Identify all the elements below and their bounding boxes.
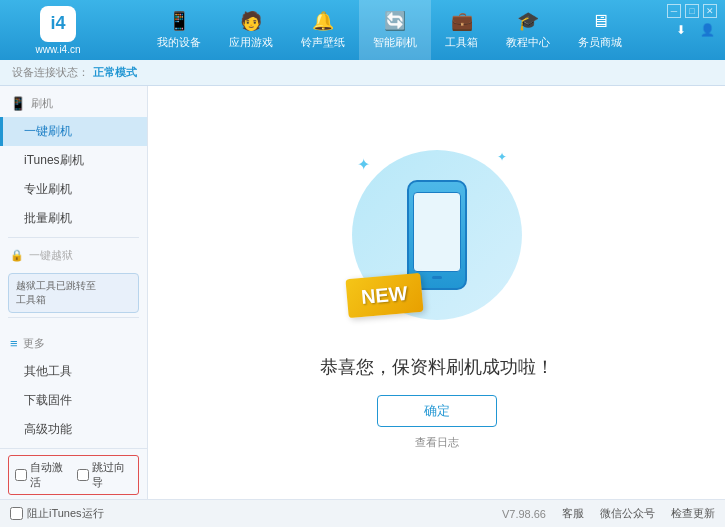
auto-options-group: 自动激活 跳过向导 [8, 455, 139, 495]
apps-games-icon: 🧑 [240, 10, 262, 32]
sidebar-more-header: ≡ 更多 [0, 330, 147, 357]
sidebar-item-advanced[interactable]: 高级功能 [0, 415, 147, 444]
sidebar-flash-label: 刷机 [31, 96, 53, 111]
phone-home-btn [432, 276, 442, 279]
wechat-link[interactable]: 微信公众号 [600, 506, 655, 521]
itunes-flash-label: iTunes刷机 [24, 152, 84, 169]
star-decoration-tl: ✦ [357, 155, 370, 174]
nav-smart-flash-label: 智能刷机 [373, 35, 417, 50]
lock-icon: 🔒 [10, 249, 24, 262]
download-button[interactable]: ⬇ [671, 20, 691, 40]
log-link[interactable]: 查看日志 [415, 435, 459, 450]
jailbreak-label: 一键越狱 [29, 248, 73, 263]
ringtones-icon: 🔔 [312, 10, 334, 32]
top-right-actions: ⬇ 👤 [671, 20, 717, 40]
sidebar-more-label: 更多 [23, 336, 45, 351]
statusbar: 设备连接状态： 正常模式 [0, 60, 725, 86]
sidebar-item-one-key-flash[interactable]: 一键刷机 [0, 117, 147, 146]
jump-guide-label: 跳过向导 [92, 460, 133, 490]
jump-guide-checkbox[interactable]: 跳过向导 [77, 460, 133, 490]
jump-guide-input[interactable] [77, 469, 89, 481]
nav-items: 📱 我的设备 🧑 应用游戏 🔔 铃声壁纸 🔄 智能刷机 💼 工具箱 🎓 教程中心… [108, 0, 671, 60]
status-prefix: 设备连接状态： [12, 65, 89, 80]
new-badge: NEW [345, 273, 423, 318]
content-area: ✦ ✦ ✦ NEW 恭喜您，保资料刷机成功啦！ 确定 查看日志 [148, 86, 725, 499]
customer-service-link[interactable]: 客服 [562, 506, 584, 521]
sidebar-notice: 越狱工具已跳转至工具箱 [8, 273, 139, 313]
sidebar-flash-header: 📱 刷机 [0, 90, 147, 117]
sidebar-divider-2 [8, 317, 139, 318]
nav-smart-flash[interactable]: 🔄 智能刷机 [359, 0, 431, 60]
sidebar-item-other-tools[interactable]: 其他工具 [0, 357, 147, 386]
sidebar-item-pro-flash[interactable]: 专业刷机 [0, 175, 147, 204]
tutorial-icon: 🎓 [517, 10, 539, 32]
star-decoration-tr: ✦ [497, 150, 507, 164]
stop-itunes-input[interactable] [10, 507, 23, 520]
batch-flash-label: 批量刷机 [24, 210, 72, 227]
nav-my-device-label: 我的设备 [157, 35, 201, 50]
my-device-icon: 📱 [168, 10, 190, 32]
nav-service[interactable]: 🖥 务员商城 [564, 0, 636, 60]
phone-illustration: ✦ ✦ ✦ NEW [337, 135, 537, 335]
nav-ringtones[interactable]: 🔔 铃声壁纸 [287, 0, 359, 60]
bottom-left: 阻止iTunes运行 [10, 506, 104, 521]
download-firmware-label: 下载固件 [24, 392, 72, 409]
version-text: V7.98.66 [502, 508, 546, 520]
confirm-button[interactable]: 确定 [377, 395, 497, 427]
close-button[interactable]: ✕ [703, 4, 717, 18]
nav-ringtones-label: 铃声壁纸 [301, 35, 345, 50]
sidebar-bottom: 自动激活 跳过向导 📱 iPhone 15 Pro Max 512GB iPho… [0, 448, 147, 499]
minimize-button[interactable]: ─ [667, 4, 681, 18]
user-button[interactable]: 👤 [697, 20, 717, 40]
maximize-button[interactable]: □ [685, 4, 699, 18]
auto-activate-label: 自动激活 [30, 460, 71, 490]
sidebar-item-download-firmware[interactable]: 下载固件 [0, 386, 147, 415]
service-icon: 🖥 [591, 11, 609, 32]
logo-icon: i4 [40, 6, 76, 42]
nav-apps-games-label: 应用游戏 [229, 35, 273, 50]
more-section-icon: ≡ [10, 336, 18, 351]
success-title: 恭喜您，保资料刷机成功啦！ [320, 355, 554, 379]
sidebar-item-batch-flash[interactable]: 批量刷机 [0, 204, 147, 233]
auto-activate-checkbox[interactable]: 自动激活 [15, 460, 71, 490]
pro-flash-label: 专业刷机 [24, 181, 72, 198]
nav-my-device[interactable]: 📱 我的设备 [143, 0, 215, 60]
tools-icon: 💼 [451, 10, 473, 32]
sidebar-disabled-jailbreak: 🔒 一键越狱 [0, 242, 147, 269]
stop-itunes-label: 阻止iTunes运行 [27, 506, 104, 521]
nav-apps-games[interactable]: 🧑 应用游戏 [215, 0, 287, 60]
sidebar-section-flash: 📱 刷机 一键刷机 iTunes刷机 专业刷机 批量刷机 🔒 一键越狱 越狱工具… [0, 86, 147, 326]
flash-section-icon: 📱 [10, 96, 26, 111]
main-layout: 📱 刷机 一键刷机 iTunes刷机 专业刷机 批量刷机 🔒 一键越狱 越狱工具… [0, 86, 725, 499]
advanced-label: 高级功能 [24, 421, 72, 438]
sidebar-section-more: ≡ 更多 其他工具 下载固件 高级功能 [0, 326, 147, 448]
nav-service-label: 务员商城 [578, 35, 622, 50]
bottombar: 阻止iTunes运行 V7.98.66 客服 微信公众号 检查更新 [0, 499, 725, 527]
nav-tutorial[interactable]: 🎓 教程中心 [492, 0, 564, 60]
other-tools-label: 其他工具 [24, 363, 72, 380]
nav-tutorial-label: 教程中心 [506, 35, 550, 50]
logo-area: i4 www.i4.cn [8, 6, 108, 55]
sidebar: 📱 刷机 一键刷机 iTunes刷机 专业刷机 批量刷机 🔒 一键越狱 越狱工具… [0, 86, 148, 499]
one-key-flash-label: 一键刷机 [24, 123, 72, 140]
sidebar-divider-1 [8, 237, 139, 238]
nav-tools-label: 工具箱 [445, 35, 478, 50]
nav-tools[interactable]: 💼 工具箱 [431, 0, 492, 60]
window-controls[interactable]: ─ □ ✕ [667, 4, 717, 18]
auto-activate-input[interactable] [15, 469, 27, 481]
status-value: 正常模式 [93, 65, 137, 80]
stop-itunes-checkbox[interactable]: 阻止iTunes运行 [10, 506, 104, 521]
notice-text: 越狱工具已跳转至工具箱 [16, 280, 96, 305]
check-update-link[interactable]: 检查更新 [671, 506, 715, 521]
smart-flash-icon: 🔄 [384, 10, 406, 32]
logo-text: www.i4.cn [35, 44, 80, 55]
sidebar-item-itunes-flash[interactable]: iTunes刷机 [0, 146, 147, 175]
topbar: ─ □ ✕ i4 www.i4.cn 📱 我的设备 🧑 应用游戏 🔔 铃声壁纸 … [0, 0, 725, 60]
phone-screen [413, 192, 461, 272]
bottom-right: V7.98.66 客服 微信公众号 检查更新 [502, 506, 715, 521]
